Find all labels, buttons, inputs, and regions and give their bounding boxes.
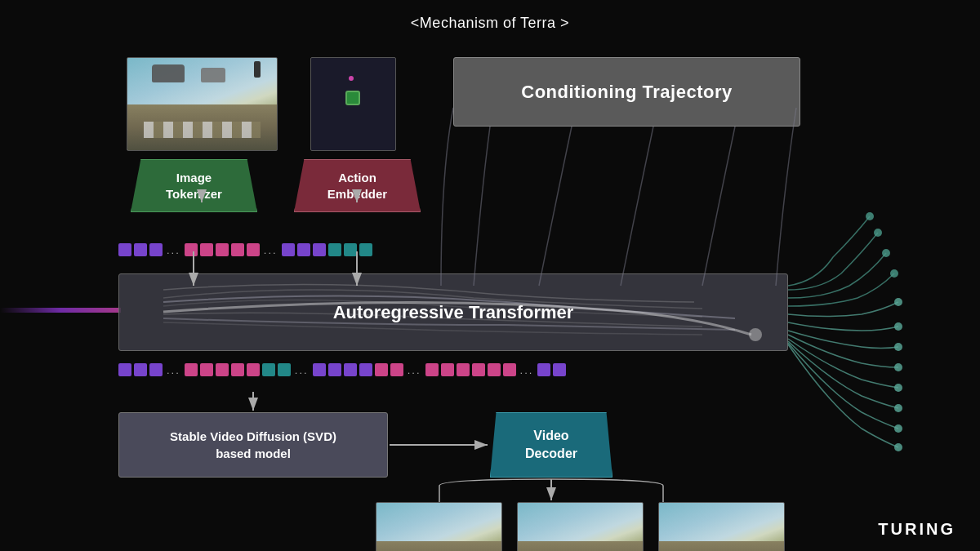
btok-ellipsis-2: ...: [295, 364, 309, 376]
btok-18: [441, 363, 454, 376]
token-5: [200, 243, 213, 256]
token-4: [185, 243, 198, 256]
input-road-image: [127, 57, 278, 151]
btok-20: [472, 363, 485, 376]
svg-point-17: [894, 443, 902, 451]
btok-6: [216, 363, 229, 376]
video-decoder-box: VideoDecoder: [490, 412, 612, 478]
svg-point-10: [894, 298, 902, 306]
btok-11: [313, 363, 326, 376]
token-row-top: ... ...: [118, 243, 372, 256]
token-3: [149, 243, 163, 256]
svd-box: Stable Video Diffusion (SVD)based model: [118, 412, 388, 478]
svg-point-16: [894, 424, 902, 433]
video-decoder-label: VideoDecoder: [525, 427, 577, 464]
btok-19: [457, 363, 470, 376]
btok-21: [488, 363, 501, 376]
btok-ellipsis-1: ...: [167, 364, 180, 376]
image-tokenizer-label: ImageTokenizer: [166, 170, 222, 202]
token-10: [297, 243, 310, 256]
svg-point-8: [882, 249, 890, 257]
token-row-bottom: ... ... ... ...: [118, 363, 566, 376]
token-ellipsis-2: ...: [264, 244, 278, 256]
token-13: [344, 243, 357, 256]
transformer-label: Autoregressive Transformer: [333, 302, 574, 323]
token-9: [282, 243, 295, 256]
token-ellipsis-1: ...: [167, 244, 180, 256]
transformer-box: Autoregressive Transformer: [118, 273, 788, 351]
token-1: [118, 243, 131, 256]
output-video-1: [376, 502, 502, 551]
btok-16: [390, 363, 403, 376]
token-12: [328, 243, 341, 256]
trajectory-dot: [345, 91, 360, 105]
action-embedder-label: ActionEmbedder: [327, 170, 387, 202]
action-input-image: [310, 57, 396, 151]
svg-point-11: [894, 322, 902, 331]
btok-23: [537, 363, 550, 376]
btok-24: [553, 363, 566, 376]
svg-point-6: [866, 212, 874, 220]
svg-point-12: [894, 343, 902, 351]
traffic-light: [254, 61, 261, 78]
token-2: [134, 243, 147, 256]
btok-5: [200, 363, 213, 376]
output-video-3: [658, 502, 785, 551]
btok-2: [134, 363, 147, 376]
btok-3: [149, 363, 163, 376]
turing-logo: TURING: [878, 520, 956, 539]
svd-label: Stable Video Diffusion (SVD)based model: [170, 428, 336, 462]
purple-beam: [0, 308, 121, 313]
car-2: [201, 68, 225, 82]
token-6: [216, 243, 229, 256]
btok-7: [231, 363, 244, 376]
conditioning-trajectory-box: Conditioning Trajectory: [453, 57, 800, 127]
action-embedder-box: ActionEmbedder: [294, 159, 421, 212]
btok-22: [503, 363, 516, 376]
token-7: [231, 243, 244, 256]
svg-point-15: [894, 404, 902, 412]
page-title: <Mechanism of Terra >: [0, 0, 980, 32]
btok-15: [375, 363, 388, 376]
trajectory-dot-small: [349, 76, 354, 81]
output-videos: [376, 502, 785, 551]
svg-point-14: [894, 384, 902, 392]
car-1: [152, 64, 185, 82]
btok-4: [185, 363, 198, 376]
btok-8: [247, 363, 260, 376]
token-11: [313, 243, 326, 256]
diagram: Conditioning Trajectory ImageTokenizer A…: [0, 41, 980, 547]
btok-ellipsis-4: ...: [520, 364, 534, 376]
btok-ellipsis-3: ...: [408, 364, 421, 376]
svg-point-7: [874, 229, 882, 237]
svg-point-9: [890, 269, 898, 278]
token-14: [359, 243, 372, 256]
token-8: [247, 243, 260, 256]
conditioning-trajectory-label: Conditioning Trajectory: [521, 82, 732, 103]
btok-14: [359, 363, 372, 376]
btok-12: [328, 363, 341, 376]
btok-13: [344, 363, 357, 376]
output-video-2: [517, 502, 644, 551]
btok-10: [278, 363, 291, 376]
svg-point-13: [894, 363, 902, 371]
image-tokenizer-box: ImageTokenizer: [131, 159, 257, 212]
btok-17: [425, 363, 439, 376]
btok-1: [118, 363, 131, 376]
btok-9: [262, 363, 275, 376]
